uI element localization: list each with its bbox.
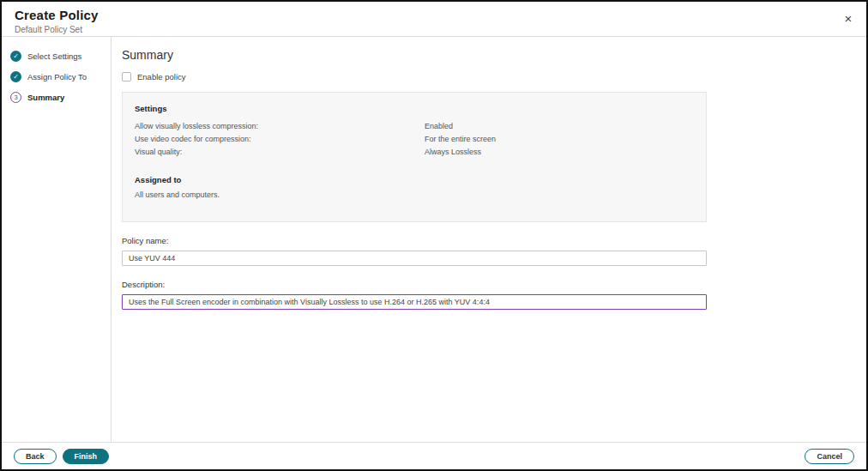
setting-value: For the entire screen <box>425 135 496 143</box>
dialog-header: Create Policy Default Policy Set × <box>2 2 866 37</box>
description-field-group: Description: <box>122 280 707 310</box>
description-label: Description: <box>122 280 707 289</box>
setting-row: Use video codec for compression: For the… <box>135 132 694 145</box>
step-number-icon: 3 <box>10 92 21 103</box>
settings-heading: Settings <box>135 104 694 113</box>
setting-label: Use video codec for compression: <box>135 135 425 143</box>
policy-name-label: Policy name: <box>122 236 707 245</box>
wizard-stepper: ✓ Select Settings ✓ Assign Policy To 3 S… <box>2 37 112 444</box>
setting-row: Allow visually lossless compression: Ena… <box>135 119 694 132</box>
summary-panel: Settings Allow visually lossless compres… <box>122 92 707 222</box>
step-label: Assign Policy To <box>27 72 87 82</box>
setting-row: Visual quality: Always Lossless <box>135 145 694 158</box>
create-policy-dialog: Create Policy Default Policy Set × ✓ Sel… <box>0 0 868 471</box>
setting-label: Visual quality: <box>135 148 425 156</box>
step-label: Select Settings <box>27 51 81 61</box>
close-icon[interactable]: × <box>841 11 856 27</box>
check-icon: ✓ <box>10 51 21 62</box>
finish-button[interactable]: Finish <box>63 449 110 464</box>
check-icon: ✓ <box>10 71 21 82</box>
page-subtitle: Default Policy Set <box>15 25 853 34</box>
assigned-to-value: All users and computers. <box>135 190 694 199</box>
step-summary[interactable]: 3 Summary <box>10 91 104 103</box>
page-title: Create Policy <box>15 8 853 22</box>
dialog-footer: Back Finish Cancel <box>2 442 866 469</box>
description-input[interactable] <box>122 294 707 310</box>
step-label: Summary <box>27 93 64 102</box>
setting-label: Allow visually lossless compression: <box>135 122 425 130</box>
step-assign-policy-to[interactable]: ✓ Assign Policy To <box>10 70 104 82</box>
setting-value: Enabled <box>425 122 453 130</box>
main-panel: Summary Enable policy Settings Allow vis… <box>112 37 866 444</box>
summary-heading: Summary <box>122 48 707 62</box>
assigned-to-heading: Assigned to <box>135 175 694 184</box>
policy-name-input[interactable] <box>122 251 707 266</box>
back-button[interactable]: Back <box>14 449 57 464</box>
enable-policy-row: Enable policy <box>122 72 707 82</box>
enable-policy-label: Enable policy <box>137 72 186 82</box>
policy-name-field-group: Policy name: <box>122 236 707 266</box>
cancel-button[interactable]: Cancel <box>805 449 854 464</box>
enable-policy-checkbox[interactable] <box>122 72 131 82</box>
dialog-body: ✓ Select Settings ✓ Assign Policy To 3 S… <box>2 37 866 444</box>
assigned-to-block: Assigned to All users and computers. <box>135 175 694 199</box>
step-select-settings[interactable]: ✓ Select Settings <box>10 50 104 62</box>
setting-value: Always Lossless <box>425 148 481 156</box>
